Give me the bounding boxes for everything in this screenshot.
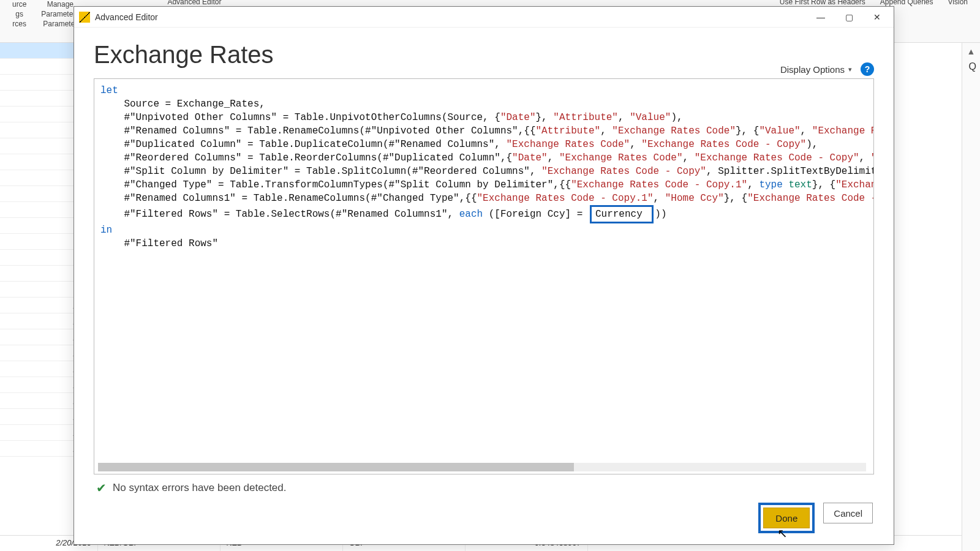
chevron-down-icon: ▾ (848, 66, 852, 73)
queries-pane-label: Q (969, 61, 976, 72)
syntax-status-text: No syntax errors have been detected. (113, 482, 287, 494)
horizontal-scrollbar[interactable] (98, 463, 866, 471)
right-query-pane: ▲ (962, 43, 980, 551)
ribbon-text: Append Queries (880, 0, 933, 6)
code-editor[interactable]: let Source = Exchange_Rates, #"Unpivoted… (94, 78, 874, 474)
advanced-editor-chip: Advanced Editor (167, 0, 221, 6)
help-icon[interactable]: ? (861, 62, 874, 76)
maximize-button[interactable]: ▢ (835, 8, 863, 26)
query-name-heading: Exchange Rates (94, 41, 274, 69)
syntax-status: ✔ No syntax errors have been detected. (94, 474, 874, 500)
ribbon-text: gs (15, 10, 23, 18)
scrollbar-thumb[interactable] (98, 463, 574, 471)
ribbon-text: Use First Row as Headers (780, 0, 865, 6)
done-highlight: Done (758, 503, 815, 533)
check-icon: ✔ (96, 481, 107, 495)
ribbon-text: urce (12, 0, 26, 9)
close-button[interactable]: ✕ (863, 8, 891, 26)
display-options-label: Display Options (780, 64, 845, 75)
cancel-button[interactable]: Cancel (823, 503, 873, 523)
ribbon-text: Parameter (43, 20, 77, 28)
ribbon-text: Vision (948, 0, 968, 6)
dialog-title: Advanced Editor (95, 12, 807, 22)
scroll-up-icon[interactable]: ▲ (962, 43, 980, 56)
done-button[interactable]: Done (763, 508, 810, 528)
ribbon-text: rces (12, 20, 26, 28)
app-icon (79, 12, 90, 23)
advanced-editor-dialog: Advanced Editor — ▢ ✕ Exchange Rates Dis… (74, 6, 894, 545)
minimize-button[interactable]: — (807, 8, 835, 26)
dialog-button-row: Done Cancel (74, 500, 894, 544)
param-highlight: Currency (590, 205, 654, 223)
ribbon-text: Manage (47, 0, 74, 9)
display-options-dropdown[interactable]: Display Options ▾ (780, 64, 852, 75)
titlebar: Advanced Editor — ▢ ✕ (74, 7, 894, 28)
